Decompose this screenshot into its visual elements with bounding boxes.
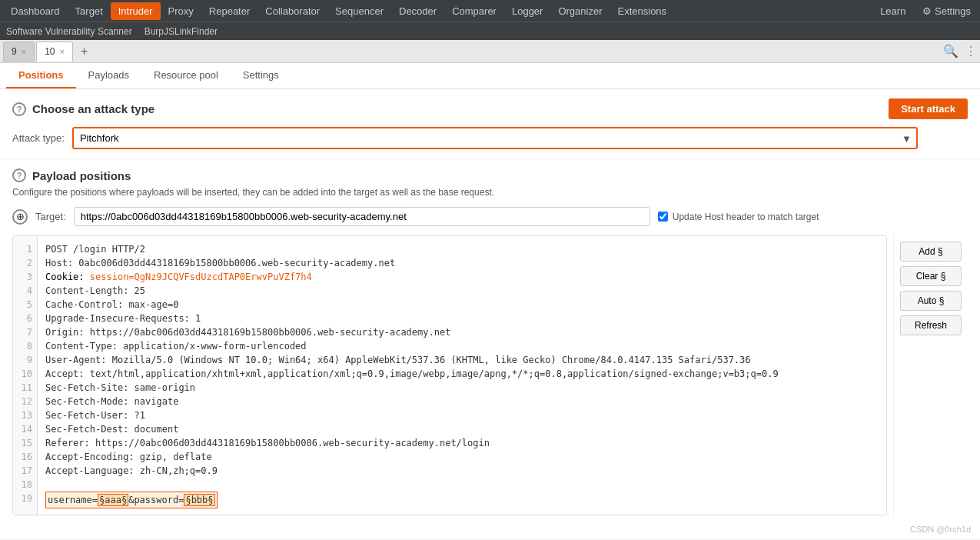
top-navigation: Dashboard Target Intruder Proxy Repeater… [0,0,980,22]
payload-positions-title: Payload positions [32,169,131,182]
attack-type-help-icon[interactable]: ? [12,102,26,116]
attack-type-title: Choose an attack type [32,102,154,115]
tab-settings[interactable]: Settings [231,63,291,88]
nav-dashboard[interactable]: Dashboard [3,2,68,20]
nav-proxy[interactable]: Proxy [161,2,201,20]
target-label: Target: [35,211,66,222]
nav-target[interactable]: Target [68,2,111,20]
update-host-checkbox[interactable] [658,212,668,222]
nav-extensions[interactable]: Extensions [610,2,675,20]
nav-collaborator[interactable]: Collaborator [257,2,327,20]
request-editor: 12345678910111213141516171819 POST /logi… [12,235,887,515]
refresh-button[interactable]: Refresh [900,315,962,335]
ext-vuln-scanner[interactable]: Software Vulnerability Scanner [6,26,132,37]
tab-payloads[interactable]: Payloads [76,63,141,88]
target-configure-icon[interactable]: ⊕ [12,209,28,225]
clear-payload-markers-button[interactable]: Clear § [900,266,962,286]
payload-positions-help-icon[interactable]: ? [12,168,26,182]
ext-jslinkfinder[interactable]: BurpJSLinkFinder [145,26,218,37]
more-options-icon[interactable]: ⋮ [965,44,977,58]
tab-positions[interactable]: Positions [6,63,76,88]
nav-logger[interactable]: Logger [504,2,550,20]
attack-type-label: Attack type: [12,132,65,144]
tab-resource-pool[interactable]: Resource pool [141,63,231,88]
nav-decoder[interactable]: Decoder [391,2,444,20]
attack-type-row: Attack type: Sniper Battering ram Pitchf… [12,127,968,149]
line-numbers: 12345678910111213141516171819 [13,236,38,515]
nav-intruder[interactable]: Intruder [111,2,161,20]
tab-9[interactable]: 9 × [3,42,35,62]
settings-icon[interactable]: ⚙ Settings [916,2,977,20]
attack-type-header: ? Choose an attack type Start attack [12,98,968,119]
nav-sequencer[interactable]: Sequencer [327,2,391,20]
editor-buttons: Add § Clear § Auto § Refresh [893,235,968,515]
nav-comparer[interactable]: Comparer [444,2,504,20]
start-attack-button[interactable]: Start attack [889,98,968,119]
close-tab-9[interactable]: × [22,47,26,56]
update-host-row: Update Host header to match target [658,212,819,222]
payload-positions-header: ? Payload positions [12,168,968,182]
watermark: CSDN @0rch1d [910,525,971,534]
payload-positions-description: Configure the positions where payloads w… [12,187,968,198]
add-tab-button[interactable]: + [75,43,94,60]
update-host-label: Update Host header to match target [673,212,819,222]
editor-area: 12345678910111213141516171819 POST /logi… [12,235,968,515]
main-content: ? Choose an attack type Start attack Att… [0,89,980,538]
search-icon[interactable]: 🔍 [943,44,958,58]
add-payload-marker-button[interactable]: Add § [900,242,962,262]
tab-10[interactable]: 10 × [36,42,73,62]
attack-type-select[interactable]: Sniper Battering ram Pitchfork Cluster b… [72,127,918,149]
section-tabs: Positions Payloads Resource pool Setting… [0,63,980,89]
target-row: ⊕ Target: Update Host header to match ta… [12,207,968,226]
extensions-bar: Software Vulnerability Scanner BurpJSLin… [0,22,980,40]
nav-learn[interactable]: Learn [872,2,913,20]
close-tab-10[interactable]: × [59,47,64,56]
auto-payload-markers-button[interactable]: Auto § [900,291,962,311]
target-input[interactable] [74,207,650,226]
attack-type-select-wrapper: Sniper Battering ram Pitchfork Cluster b… [72,127,918,149]
code-content[interactable]: POST /login HTTP/2Host: 0abc006d03dd4431… [38,236,886,515]
attack-type-section: ? Choose an attack type Start attack Att… [0,89,980,159]
tab-bar: 9 × 10 × + 🔍 ⋮ [0,40,980,63]
payload-positions-section: ? Payload positions Configure the positi… [0,159,980,525]
nav-repeater[interactable]: Repeater [201,2,257,20]
nav-organizer[interactable]: Organizer [550,2,610,20]
